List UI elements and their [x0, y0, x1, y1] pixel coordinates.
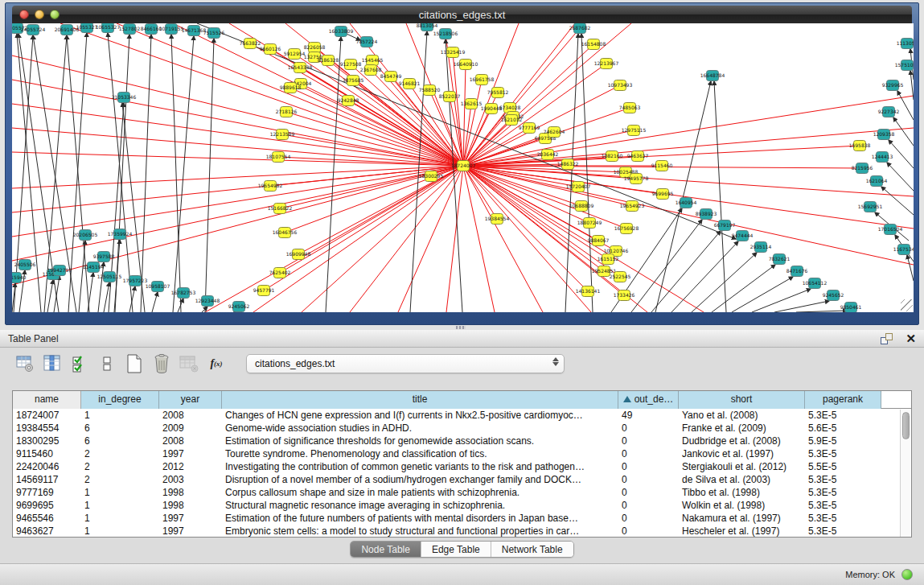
table-settings-icon[interactable] — [13, 352, 37, 376]
network-node[interactable]: 16961758 — [470, 75, 495, 85]
citation-edge[interactable] — [14, 35, 33, 312]
network-node[interactable]: 7625402 — [269, 268, 291, 278]
close-panel-icon[interactable]: ✕ — [906, 333, 916, 344]
citation-edge[interactable] — [12, 166, 463, 237]
network-node[interactable]: 1545465 — [362, 56, 384, 66]
table-row[interactable]: 946362711997Embryonic stem cells: a mode… — [13, 525, 911, 538]
network-node[interactable]: 19654982 — [258, 181, 283, 192]
splitter-grip[interactable] — [456, 326, 466, 329]
citation-edge[interactable] — [264, 166, 463, 290]
network-node[interactable]: 16648784 — [700, 71, 725, 81]
table-row[interactable]: 969969511998Structural magnetic resonanc… — [13, 499, 911, 512]
scrollbar-thumb[interactable] — [902, 412, 910, 439]
network-node[interactable]: 5912954 — [284, 49, 306, 60]
network-node[interactable]: 9474444 — [732, 231, 754, 241]
network-node[interactable]: 7663822 — [240, 39, 261, 49]
column-header-title[interactable]: title — [222, 391, 618, 409]
network-node[interactable]: 1209358 — [873, 130, 895, 140]
citation-edge[interactable] — [205, 166, 463, 312]
citation-edge[interactable] — [17, 34, 41, 312]
network-node[interactable]: 9146821 — [399, 79, 421, 89]
column-header-short[interactable]: short — [679, 391, 805, 409]
citation-edge[interactable] — [12, 80, 463, 166]
citation-edge[interactable] — [887, 163, 914, 191]
network-node[interactable]: 21053346 — [112, 93, 137, 103]
citation-edge[interactable] — [12, 166, 463, 188]
network-node[interactable]: 16909948 — [286, 249, 311, 260]
network-node[interactable]: 12213967 — [594, 59, 619, 69]
citation-edge[interactable] — [47, 280, 53, 312]
network-node[interactable]: 10719155 — [159, 24, 184, 35]
citation-edge[interactable] — [463, 166, 914, 265]
network-node[interactable]: 14136141 — [576, 286, 601, 297]
table-row[interactable]: 1938455462009Genome-wide association stu… — [13, 422, 911, 435]
citation-edge[interactable] — [54, 276, 60, 312]
column-header-in_degree[interactable]: in_degree — [81, 391, 159, 409]
network-node[interactable]: 17359924 — [108, 229, 133, 240]
network-node[interactable]: 18807249 — [577, 218, 602, 229]
network-node[interactable]: 9699695 — [652, 189, 674, 200]
network-node[interactable]: 24055724 — [21, 25, 46, 35]
network-canvas[interactable]: 1872400718300295193845542405572240557242… — [12, 23, 914, 312]
table-row[interactable]: 1456911722003Disruption of a novel membe… — [13, 473, 911, 486]
clear-selection-icon[interactable] — [95, 352, 119, 376]
network-node[interactable]: 9127508 — [340, 60, 362, 70]
network-node[interactable]: 19384554 — [485, 214, 510, 225]
network-node[interactable]: 12505115 — [97, 272, 122, 282]
citation-edge[interactable] — [631, 220, 702, 312]
network-node[interactable]: 2405506 — [14, 260, 36, 270]
delete-column-icon[interactable] — [150, 352, 174, 376]
network-node[interactable]: 12213589 — [270, 130, 295, 140]
network-node[interactable]: 7588520 — [419, 85, 441, 96]
network-node[interactable]: 10688809 — [569, 201, 594, 212]
network-node[interactable]: 9115460 — [651, 161, 673, 171]
citation-edge[interactable] — [463, 120, 511, 166]
network-node[interactable]: 1113054 — [897, 39, 914, 49]
network-node[interactable]: 19495778 — [624, 174, 649, 184]
window-resize-grip[interactable] — [901, 299, 913, 311]
citation-edge[interactable] — [796, 311, 847, 312]
network-node[interactable]: 6679197 — [714, 220, 736, 231]
network-node[interactable]: 20206505 — [73, 230, 98, 241]
citation-edge[interactable] — [12, 166, 463, 285]
network-node[interactable]: 9245652 — [823, 290, 844, 301]
citation-edge[interactable] — [79, 241, 85, 312]
network-node[interactable]: 1244413 — [872, 152, 893, 163]
network-node[interactable]: 16782753 — [171, 288, 196, 299]
network-node[interactable]: 9457791 — [253, 286, 275, 296]
citation-edge[interactable] — [907, 255, 914, 281]
network-node[interactable]: 9329965 — [882, 80, 904, 91]
network-node[interactable]: 1621072 — [501, 115, 523, 126]
network-node[interactable]: 1595838 — [849, 141, 871, 151]
network-node[interactable]: 1640954 — [676, 198, 697, 208]
network-node[interactable]: 2367608 — [360, 65, 382, 76]
network-node[interactable]: 8226058 — [304, 43, 326, 53]
network-node[interactable]: 9397588 — [93, 252, 115, 262]
table-row[interactable]: 977716911998Corpus callosum shape and si… — [13, 486, 911, 499]
citation-edge[interactable] — [752, 289, 811, 312]
table-vertical-scrollbar[interactable] — [900, 410, 910, 537]
network-node[interactable]: 2522545 — [610, 272, 631, 282]
table-row[interactable]: 1872400712008Changes of HCN gene express… — [13, 409, 911, 422]
network-node[interactable]: 19654923 — [620, 201, 645, 212]
network-node[interactable]: 15692951 — [858, 202, 883, 212]
tab-node-table[interactable]: Node Table — [351, 542, 421, 557]
table-row[interactable]: 1830029562008Estimation of significance … — [13, 435, 911, 447]
new-table-icon[interactable] — [122, 352, 146, 376]
network-node[interactable]: 11325419 — [441, 47, 466, 58]
network-node[interactable]: 1621064 — [866, 176, 888, 187]
citation-edge[interactable] — [446, 39, 462, 312]
column-header-year[interactable]: year — [159, 391, 222, 409]
network-node[interactable]: 9777169 — [519, 123, 540, 134]
network-node[interactable]: 7832621 — [769, 254, 791, 265]
network-node[interactable]: 7485063 — [619, 103, 641, 113]
network-node[interactable]: 10973493 — [608, 80, 633, 91]
select-all-icon[interactable] — [68, 352, 92, 376]
tab-network-table[interactable]: Network Table — [491, 542, 573, 557]
network-node[interactable]: 15218506 — [433, 29, 458, 39]
network-node[interactable]: 1527802 — [119, 24, 141, 35]
network-node[interactable]: 16046756 — [273, 228, 298, 238]
network-node[interactable]: 2687682 — [569, 23, 591, 34]
function-builder-icon[interactable]: f(x) — [204, 352, 228, 376]
network-node[interactable]: 9245062 — [228, 302, 250, 312]
